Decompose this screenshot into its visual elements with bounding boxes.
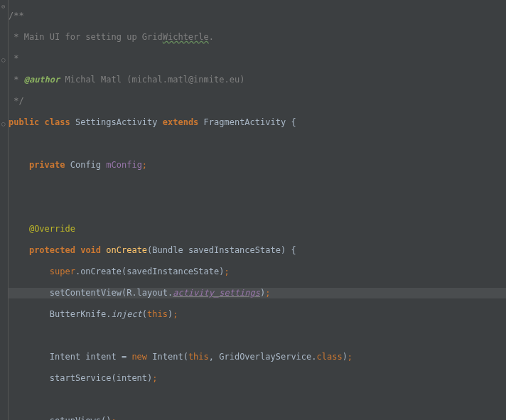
code-line[interactable]: startService(intent);	[9, 373, 506, 384]
code-line[interactable]: private Config mConfig;	[9, 160, 506, 171]
code-area[interactable]: /** * Main UI for setting up GridWichter…	[9, 0, 506, 420]
call-qualifier: ButterKnife.	[50, 309, 112, 319]
gutter-mark[interactable]: ○	[1, 119, 5, 129]
gutter: ⊖ ○ ○	[0, 0, 9, 420]
code-line[interactable]: *	[9, 53, 506, 64]
javadoc-text: *	[9, 75, 24, 85]
javadoc-text: Michal Matl (michal.matl@inmite.eu)	[60, 75, 244, 85]
keyword-new: new	[131, 352, 152, 362]
code-line[interactable]: ButterKnife.inject(this);	[9, 309, 506, 320]
code-line[interactable]: @Override	[9, 224, 506, 235]
semicolon: ;	[142, 160, 147, 170]
gutter-mark[interactable]: ○	[1, 55, 5, 65]
keyword-class: class	[317, 352, 343, 362]
code-line[interactable]: * @author Michal Matl (michal.matl@inmit…	[9, 75, 506, 85]
code-line[interactable]	[9, 330, 506, 341]
semicolon: ;	[112, 416, 117, 420]
code-line[interactable]: */	[9, 96, 506, 107]
code-line[interactable]: super.onCreate(savedInstanceState);	[9, 266, 506, 277]
keyword-this: this	[188, 352, 209, 362]
code-line[interactable]	[9, 181, 506, 192]
resource-ref: activity_settings	[173, 288, 260, 298]
call: setupViews()	[50, 416, 112, 420]
keyword-this: this	[147, 309, 168, 319]
keyword-class: class	[45, 117, 75, 127]
class-name: SettingsActivity	[75, 117, 163, 127]
code-line[interactable]	[9, 203, 506, 213]
call: startService(intent)	[50, 373, 153, 383]
semicolon: ;	[152, 373, 157, 383]
keyword-void: void	[80, 245, 106, 255]
keyword-public: public	[9, 117, 45, 127]
keyword-extends: extends	[163, 117, 204, 127]
semicolon: ;	[348, 352, 352, 362]
javadoc-text: .	[209, 32, 214, 42]
code-line[interactable]: public class SettingsActivity extends Fr…	[9, 117, 506, 128]
ctor: Intent(	[152, 352, 188, 362]
javadoc-close: */	[9, 96, 24, 106]
javadoc-tag: @author	[24, 75, 60, 85]
superclass-name: FragmentActivity	[204, 117, 291, 127]
annotation-override: @Override	[29, 224, 75, 234]
code-line[interactable]: protected void onCreate(Bundle savedInst…	[9, 245, 506, 256]
params: (Bundle savedInstanceState)	[147, 245, 291, 255]
field-name: mConfig	[106, 160, 142, 170]
brace: {	[291, 245, 296, 255]
var-decl: Intent intent =	[50, 352, 132, 362]
fold-mark[interactable]: ⊖	[1, 1, 5, 12]
static-method: inject	[112, 309, 142, 319]
keyword-private: private	[29, 160, 70, 170]
code-line[interactable]	[9, 139, 506, 149]
semicolon: ;	[224, 266, 229, 276]
call: .onCreate(savedInstanceState)	[75, 266, 225, 276]
code-editor[interactable]: ⊖ ○ ○ /** * Main UI for setting up GridW…	[0, 0, 506, 420]
code-line[interactable]: setupViews();	[9, 416, 506, 420]
code-line-highlighted[interactable]: setContentView(R.layout.activity_setting…	[9, 288, 506, 298]
javadoc-text: *	[9, 53, 18, 63]
keyword-super: super	[50, 266, 75, 276]
spellcheck-word: Wichterle	[163, 32, 209, 42]
code-line[interactable]: /**	[9, 11, 506, 21]
brace: {	[291, 117, 296, 127]
keyword-protected: protected	[29, 245, 80, 255]
type-name: Config	[70, 160, 107, 170]
code-line[interactable]	[9, 394, 506, 405]
semicolon: ;	[173, 309, 178, 319]
code-line[interactable]: * Main UI for setting up GridWichterle.	[9, 32, 506, 43]
javadoc-text: * Main UI for setting up Grid	[9, 32, 163, 42]
javadoc-open: /**	[9, 11, 24, 21]
call: setContentView(R.layout.	[50, 288, 173, 298]
code-line[interactable]: Intent intent = new Intent(this, GridOve…	[9, 352, 506, 362]
semicolon: ;	[265, 288, 270, 298]
method-name: onCreate	[106, 245, 147, 255]
